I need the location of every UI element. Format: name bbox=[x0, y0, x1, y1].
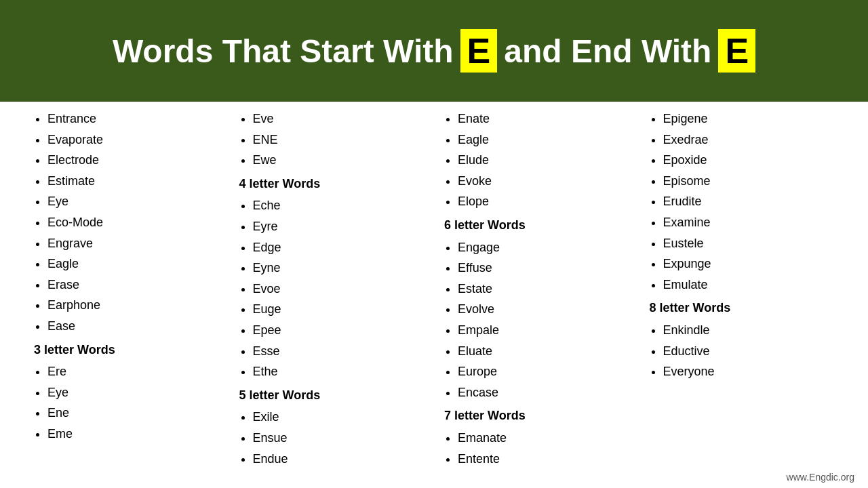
list-item: Eluate bbox=[458, 341, 636, 362]
list-item: Ene bbox=[47, 403, 226, 424]
list-item: Estimate bbox=[47, 171, 226, 192]
list-item: Endue bbox=[253, 449, 431, 470]
list-item: Eye bbox=[47, 191, 226, 212]
list-item: Eductive bbox=[663, 341, 842, 362]
list-item: Entente bbox=[458, 449, 636, 470]
list-item: Esse bbox=[253, 341, 431, 362]
list-item: Epee bbox=[253, 320, 431, 341]
list-item: Engrave bbox=[47, 233, 226, 254]
title-prefix: Words That Start With bbox=[113, 33, 454, 70]
list-item: Emanate bbox=[458, 428, 636, 449]
list-item: Emulate bbox=[663, 274, 842, 296]
column-2: EveENEEwe4 letter WordsEcheEyreEdgeEyneE… bbox=[233, 108, 438, 481]
list-item: Examine bbox=[663, 212, 842, 233]
list-item: Encase bbox=[458, 382, 636, 403]
title-middle: and End With bbox=[504, 33, 711, 70]
list-item: Entrance bbox=[47, 108, 226, 129]
list-item: Eagle bbox=[458, 129, 636, 150]
section-heading: 6 letter Words bbox=[444, 215, 636, 236]
list-item: Eyre bbox=[253, 216, 431, 237]
list-item: Estate bbox=[458, 279, 636, 300]
list-item: Epoxide bbox=[663, 150, 842, 171]
section-heading: 8 letter Words bbox=[650, 298, 842, 319]
footer-text: www.Engdic.org bbox=[787, 472, 854, 483]
list-item: Everyone bbox=[663, 361, 842, 382]
list-item: Ensue bbox=[253, 428, 431, 449]
list-item: Evaporate bbox=[47, 129, 226, 150]
list-item: Evolve bbox=[458, 299, 636, 320]
list-item: ENE bbox=[253, 129, 431, 150]
list-item: Erase bbox=[47, 274, 226, 296]
list-item: Elude bbox=[458, 150, 636, 171]
section-heading: 4 letter Words bbox=[239, 174, 431, 195]
list-item: Ere bbox=[47, 361, 226, 382]
list-item: Eve bbox=[253, 108, 431, 129]
list-item: Electrode bbox=[47, 150, 226, 171]
list-item: Earphone bbox=[47, 295, 226, 316]
list-item: Epigene bbox=[663, 108, 842, 129]
list-item: Expunge bbox=[663, 253, 842, 274]
list-item: Eagle bbox=[47, 253, 226, 274]
list-item: Ewe bbox=[253, 150, 431, 171]
list-item: Eustele bbox=[663, 233, 842, 254]
list-item: Evoke bbox=[458, 171, 636, 192]
column-1: EntranceEvaporateElectrodeEstimateEyeEco… bbox=[27, 108, 233, 481]
list-item: Eme bbox=[47, 424, 226, 445]
list-item: Ease bbox=[47, 316, 226, 337]
list-item: Exile bbox=[253, 407, 431, 428]
list-item: Eco-Mode bbox=[47, 212, 226, 233]
list-item: Effuse bbox=[458, 258, 636, 279]
list-item: Ethe bbox=[253, 361, 431, 382]
column-3: EnateEagleEludeEvokeElope6 letter WordsE… bbox=[437, 108, 643, 481]
list-item: Eyne bbox=[253, 258, 431, 279]
page-title: Words That Start With E and End With E bbox=[113, 29, 755, 73]
letter-e-2: E bbox=[718, 29, 755, 73]
letter-e-1: E bbox=[460, 29, 498, 73]
list-item: Episome bbox=[663, 171, 842, 192]
main-content: EntranceEvaporateElectrodeEstimateEyeEco… bbox=[0, 102, 868, 488]
section-heading: 3 letter Words bbox=[34, 340, 226, 361]
section-heading: 7 letter Words bbox=[444, 405, 636, 426]
list-item: Edge bbox=[253, 237, 431, 258]
list-item: Engage bbox=[458, 237, 636, 258]
section-heading: 5 letter Words bbox=[239, 385, 431, 406]
list-item: Enate bbox=[458, 108, 636, 129]
list-item: Exedrae bbox=[663, 129, 842, 150]
list-item: Erudite bbox=[663, 191, 842, 212]
list-item: Evoe bbox=[253, 279, 431, 300]
list-item: Eye bbox=[47, 382, 226, 403]
list-item: Eche bbox=[253, 195, 431, 216]
list-item: Euge bbox=[253, 299, 431, 320]
column-4: EpigeneExedraeEpoxideEpisomeEruditeExami… bbox=[643, 108, 848, 481]
page-header: Words That Start With E and End With E bbox=[0, 0, 868, 102]
list-item: Enkindle bbox=[663, 320, 842, 341]
list-item: Empale bbox=[458, 320, 636, 341]
list-item: Europe bbox=[458, 361, 636, 382]
list-item: Elope bbox=[458, 191, 636, 212]
